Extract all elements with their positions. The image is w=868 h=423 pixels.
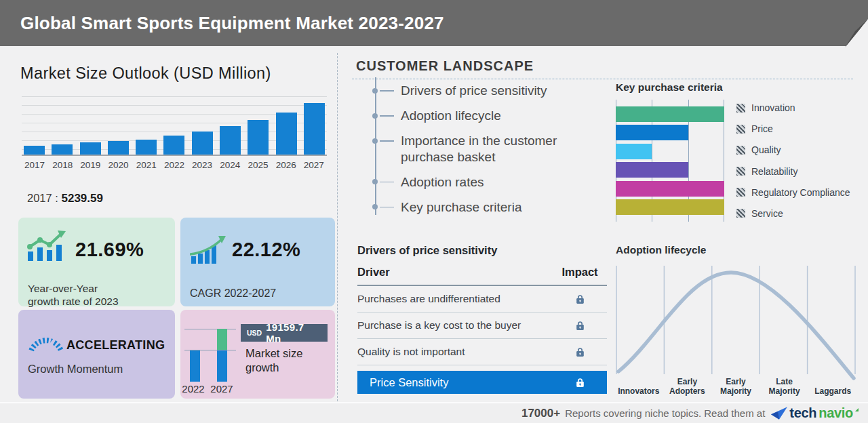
cagr-card: 22.12% CAGR 2022-2027 — [180, 218, 335, 306]
mini-year-2027: 2027 — [210, 383, 233, 395]
market-bar-2027 — [304, 95, 325, 155]
market-bar-2017 — [24, 95, 45, 155]
currency-label: USD — [247, 329, 262, 337]
market-size-chart — [22, 95, 327, 156]
x-tick-2025: 2025 — [246, 160, 271, 170]
legend-hatch-icon — [736, 167, 745, 176]
page-title: Global Smart Sports Equipment Market 202… — [20, 13, 444, 34]
table-header-row: Driver Impact — [357, 266, 607, 286]
yoy-growth-card: 21.69% Year-over-Year growth rate of 202… — [18, 218, 175, 306]
customer-landscape-title: CUSTOMER LANDSCAPE — [356, 58, 853, 74]
footer-bar: 17000+ Reports covering niche topics. Re… — [0, 402, 868, 423]
growth-mini-chart — [184, 329, 233, 382]
landscape-item-list: Drivers of price sensitivityAdoption lif… — [375, 83, 578, 224]
market-bar-2022 — [163, 95, 184, 155]
driver-label: Purchase is a key cost to the buyer — [357, 319, 521, 331]
kpc-bar-price — [616, 125, 688, 140]
stage-label: Early Adopters — [663, 365, 712, 396]
driver-label: Purchases are undifferentiated — [357, 293, 500, 305]
adoption-lifecycle-title: Adoption lifecycle — [616, 244, 707, 256]
growth-arrow-icon — [190, 235, 228, 264]
legend-hatch-icon — [736, 104, 745, 113]
technavio-arrow-icon — [771, 407, 787, 420]
base-year-amount: 5239.59 — [61, 192, 102, 205]
momentum-value: ACCELERATING — [66, 338, 165, 352]
landscape-item: Adoption lifecycle — [375, 108, 578, 123]
base-year-value: 2017 : 5239.59 — [27, 192, 103, 205]
legend-item: Price — [736, 123, 850, 134]
mini-bar-2027-increment — [217, 329, 227, 350]
legend-hatch-icon — [736, 209, 745, 218]
kpc-bar-innovation — [616, 106, 724, 122]
driver-row: Quality is not important — [357, 339, 607, 365]
growth-amount: 19159.7 Mn — [266, 321, 321, 344]
x-tick-2018: 2018 — [50, 160, 75, 170]
legend-item: Relatability — [736, 166, 850, 177]
landscape-item: Adoption rates — [375, 174, 578, 190]
key-purchase-criteria-chart — [616, 100, 724, 222]
stage-label: Innovators — [614, 365, 663, 396]
x-tick-2026: 2026 — [274, 160, 298, 170]
price-sensitivity-table: Driver Impact Purchases are undifferenti… — [357, 266, 607, 394]
cagr-label: CAGR 2022-2027 — [190, 287, 276, 300]
yoy-growth-value: 21.69% — [75, 239, 144, 261]
header-bar: Global Smart Sports Equipment Market 202… — [0, 0, 868, 46]
market-bar-2024 — [220, 95, 241, 155]
x-tick-2023: 2023 — [190, 160, 214, 170]
driver-column-header: Driver — [357, 266, 390, 279]
column-divider — [337, 53, 338, 401]
market-size-title: Market Size Outlook (USD Million) — [20, 64, 271, 83]
gauge-icon — [27, 326, 65, 355]
stage-label: Laggards — [808, 365, 857, 396]
mini-year-2022: 2022 — [182, 383, 205, 395]
stage-label: Early Majority — [711, 365, 760, 396]
footer-text: Reports covering niche topics. Read them… — [565, 407, 765, 419]
x-tick-2020: 2020 — [106, 160, 131, 170]
bar-trend-icon — [26, 228, 68, 262]
mini-bar-2022 — [190, 350, 200, 382]
lifecycle-stage-labels: InnovatorsEarly AdoptersEarly MajorityLa… — [614, 365, 857, 396]
yoy-growth-label: Year-over-Year growth rate of 2023 — [28, 282, 119, 308]
market-bar-2025 — [248, 95, 269, 155]
price-sensitivity-title: Drivers of price sensitivity — [357, 244, 497, 257]
driver-row: Purchase is a key cost to the buyer — [357, 313, 607, 339]
highlight-label: Price Sensitivity — [370, 376, 448, 389]
legend-hatch-icon — [736, 125, 745, 134]
cagr-value: 22.12% — [232, 239, 300, 261]
stage-label: Late Majority — [760, 365, 809, 396]
x-tick-2022: 2022 — [162, 160, 186, 170]
market-size-growth-card: 2022 2027 USD 19159.7 Mn Market size gro… — [180, 310, 335, 399]
reports-count: 17000+ — [521, 407, 560, 420]
legend-hatch-icon — [736, 188, 745, 197]
growth-momentum-card: ACCELERATING Growth Momentum — [18, 310, 175, 399]
x-tick-2017: 2017 — [22, 160, 47, 170]
key-purchase-criteria-legend: InnovationPriceQualityRelatabilityRegula… — [736, 100, 850, 222]
base-year-label: 2017 : — [27, 192, 58, 204]
landscape-item: Key purchase criteria — [375, 199, 578, 215]
key-purchase-criteria-title: Key purchase criteria — [616, 81, 723, 94]
market-bar-2023 — [192, 95, 213, 155]
lock-icon — [574, 346, 586, 358]
impact-column-header: Impact — [553, 266, 607, 279]
legend-item: Innovation — [736, 102, 850, 113]
customer-landscape-header: CUSTOMER LANDSCAPE — [352, 58, 853, 79]
technavio-logo[interactable]: technavio — [771, 405, 859, 421]
growth-amount-badge: USD 19159.7 Mn — [241, 324, 328, 342]
x-tick-2021: 2021 — [134, 160, 159, 170]
page-fold-corner — [838, 0, 868, 47]
mini-bar-2027-base — [217, 350, 227, 382]
lock-icon — [574, 294, 586, 305]
brand-prefix: tech — [789, 405, 816, 421]
market-size-x-axis: 2017201820192020202120222023202420252026… — [22, 160, 327, 170]
kpc-bar-quality — [616, 144, 652, 159]
lock-icon — [574, 320, 586, 331]
landscape-item: Drivers of price sensitivity — [375, 83, 578, 98]
mini-chart-years: 2022 2027 — [182, 383, 233, 395]
growth-label: Market size growth — [245, 346, 302, 376]
brand-suffix: navio — [818, 405, 853, 421]
market-bar-2018 — [52, 95, 73, 155]
infographic-page: Global Smart Sports Equipment Market 202… — [0, 0, 868, 423]
market-bar-2019 — [80, 95, 101, 155]
legend-item: Quality — [736, 144, 850, 155]
trademark-icon — [855, 408, 859, 411]
